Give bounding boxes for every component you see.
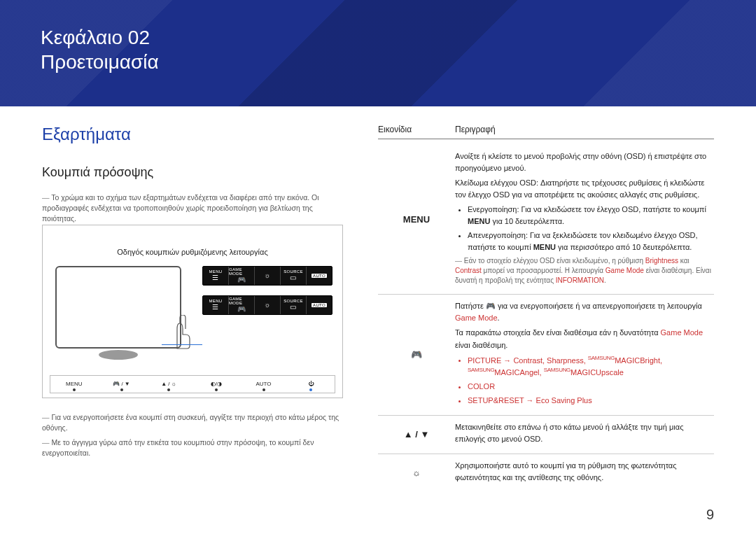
col-description: Περιγραφή	[455, 125, 496, 134]
table-header: Εικονίδια Περιγραφή	[378, 125, 714, 139]
game-desc: Πατήστε 🎮 για να ενεργοποιήσετε ή να απε…	[455, 300, 714, 324]
list-item: Ενεργοποίηση: Για να κλειδώσετε τον έλεγ…	[468, 204, 714, 227]
list-item: SETUP&RESET → Eco Saving Plus	[468, 395, 714, 407]
power-button-label: ⏻	[287, 381, 335, 387]
auto-button-label: AUTO	[240, 381, 288, 387]
osd-strip: MENU☰ GAME MODE🎮 ☼ SOURCE▭ AUTO	[202, 295, 332, 315]
osd-lock-note: Εάν το στοιχείο ελέγχου OSD είναι κλειδω…	[455, 256, 714, 286]
monitor-icon	[55, 266, 181, 349]
eye-button-label: ◐/◑	[192, 381, 240, 387]
subsection-title: Κουμπιά πρόσοψης	[42, 165, 343, 180]
illustration-box: Οδηγός κουμπιών ρυθμιζόμενης λειτουργίας…	[42, 225, 343, 398]
footnote: Με το άγγιγμα γύρω από την ετικέτα του κ…	[42, 437, 343, 458]
page-number: 9	[706, 507, 714, 523]
chapter-label: Κεφάλαιο 02	[41, 25, 756, 50]
list-item: COLOR	[468, 381, 714, 393]
chapter-header: Κεφάλαιο 02 Προετοιμασία	[0, 0, 756, 106]
menu-desc: Ανοίξτε ή κλείστε το μενού προβολής στην…	[455, 150, 714, 174]
updown-icon: ▲ / ▼	[378, 421, 455, 448]
table-row: MENU Ανοίξτε ή κλείστε το μενού προβολής…	[378, 145, 714, 295]
updown-desc: Μετακινηθείτε στο επάνω ή στο κάτω μενού…	[455, 421, 714, 445]
game-desc: Τα παρακάτω στοιχεία δεν είναι διαθέσιμα…	[455, 327, 714, 351]
section-title: Εξαρτήματα	[42, 125, 343, 144]
brightness-icon: ☼	[378, 460, 455, 486]
menu-button-label: MENU	[50, 381, 98, 387]
menu-icon-label: MENU	[378, 150, 455, 288]
gamepad-icon: 🎮	[378, 300, 455, 409]
chapter-title: Προετοιμασία	[41, 50, 756, 74]
table-row: ▲ / ▼ Μετακινηθείτε στο επάνω ή στο κάτω…	[378, 416, 714, 454]
brightness-desc: Χρησιμοποιήστε αυτό το κουμπί για τη ρύθ…	[455, 460, 714, 484]
game-button-label: 🎮 / ▼	[98, 381, 146, 387]
menu-desc: Κλείδωμα ελέγχου OSD: Διατηρήστε τις τρέ…	[455, 177, 714, 201]
footnote: Για να ενεργοποιήσετε ένα κουμπί στη συσ…	[42, 412, 343, 433]
osd-strip: MENU☰ GAME MODE🎮 ☼ SOURCE▭ AUTO	[202, 266, 332, 286]
table-row: ☼ Χρησιμοποιήστε αυτό το κουμπί για τη ρ…	[378, 454, 714, 492]
button-row: MENU 🎮 / ▼ ▲ / ☼ ◐/◑ AUTO ⏻	[50, 375, 335, 393]
spec-note: Το χρώμα και το σχήμα των εξαρτημάτων εν…	[42, 192, 343, 225]
list-item: Απενεργοποίηση: Για να ξεκλειδώσετε τον …	[468, 230, 714, 253]
bright-button-label: ▲ / ☼	[145, 381, 192, 387]
guide-caption: Οδηγός κουμπιών ρυθμιζόμενης λειτουργίας	[50, 248, 335, 256]
callout-line	[162, 344, 202, 345]
list-item: PICTURE → Contrast, Sharpness, SAMSUNGMA…	[468, 354, 714, 379]
table-row: 🎮 Πατήστε 🎮 για να ενεργοποιήσετε ή να α…	[378, 295, 714, 416]
col-icons: Εικονίδια	[378, 125, 455, 134]
